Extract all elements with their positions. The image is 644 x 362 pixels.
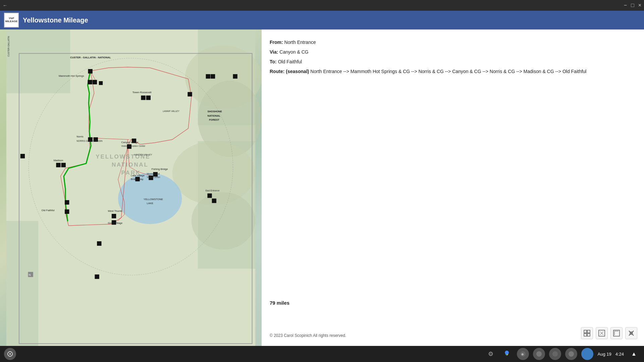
svg-text:Norris: Norris [76,135,83,138]
svg-rect-37 [233,74,237,78]
taskbar-app2-icon[interactable] [533,348,545,360]
taskbar-chrome-icon[interactable] [501,348,513,360]
maximize-button[interactable]: □ [631,2,634,8]
svg-text:Mammoth Hot Springs: Mammoth Hot Springs [59,74,84,77]
svg-text:Visitor Education Center: Visitor Education Center [121,145,145,147]
svg-rect-15 [93,80,97,84]
svg-text:CUSTER-GALLATIN: CUSTER-GALLATIN [7,36,10,56]
title-bar: ← − □ × [0,0,644,11]
to-row: To: Old Faithful [270,58,636,65]
from-row: From: North Entrance [270,39,636,46]
svg-text:LAKE: LAKE [147,202,153,205]
taskbar: ⚙ ⊕ Aug 19 4:24 ▲ [0,346,644,362]
back-button[interactable]: ← [3,3,7,8]
svg-rect-36 [211,74,215,78]
svg-text:Visitor Center: Visitor Center [147,176,161,178]
svg-text:Lake Village: Lake Village [131,174,145,177]
svg-rect-23 [56,163,60,167]
svg-rect-72 [584,334,587,336]
svg-rect-73 [587,334,590,336]
svg-rect-71 [587,330,590,333]
expand-icon-button[interactable] [610,327,623,339]
svg-text:SHOSHONE: SHOSHONE [207,110,222,113]
svg-point-84 [506,352,508,354]
taskbar-date: Aug 19 [597,352,611,357]
svg-rect-1 [6,29,70,93]
route-label: Route: (seasonal) [270,69,309,74]
svg-point-89 [569,351,574,357]
svg-rect-26 [65,200,69,204]
svg-point-90 [585,351,590,357]
taskbar-time: 4:24 [615,352,624,357]
app-logo: YNP MILEAGE [4,13,19,27]
tool-icon-button[interactable] [625,327,637,339]
svg-text:Bridge Bay: Bridge Bay [131,178,143,181]
route-info: From: North Entrance Via: Canyon & CG To… [270,39,636,78]
taskbar-app1-icon[interactable]: ⊕ [517,348,529,360]
copyright-text: © 2023 Carol Scopinich All rights reserv… [270,333,346,338]
title-bar-left: ← [3,3,7,8]
grid-icon-button[interactable] [581,327,593,339]
from-value: North Entrance [284,40,316,45]
app-title: Yellowstone Mileage [23,16,88,24]
svg-rect-32 [207,193,212,198]
svg-rect-25 [65,209,69,214]
svg-rect-34 [187,92,192,97]
bottom-icons [581,327,637,339]
svg-rect-39 [97,241,101,246]
mileage-display: 79 miles [270,300,289,306]
svg-text:LAMAR VALLEY: LAMAR VALLEY [163,110,179,112]
via-value: Canyon & CG [279,49,308,55]
taskbar-wifi-icon: ▲ [628,348,640,360]
taskbar-right: ⚙ ⊕ Aug 19 4:24 ▲ [485,348,640,360]
svg-text:Madison: Madison [54,159,63,162]
taskbar-app4-icon[interactable] [565,348,577,360]
from-label: From: [270,40,283,45]
svg-text:Grant Village: Grant Village [108,222,122,225]
svg-text:Fishing Bridge: Fishing Bridge [152,168,168,171]
svg-text:West Thumb: West Thumb [108,209,122,213]
svg-text:Canyon Village: Canyon Village [121,141,138,144]
main-content: YELLOWSTONE LAKE [0,29,644,346]
taskbar-left [4,348,16,360]
svg-rect-38 [20,154,25,158]
via-row: Via: Canyon & CG [270,49,636,56]
map-svg: YELLOWSTONE LAKE [0,29,262,346]
svg-rect-21 [141,96,145,100]
taskbar-home-icon[interactable] [4,348,16,360]
map-image: YELLOWSTONE LAKE [0,29,262,346]
via-label: Via: [270,49,278,55]
window-controls: − □ × [624,2,641,8]
svg-text:NATIONAL: NATIONAL [112,162,149,168]
svg-rect-70 [584,330,587,333]
svg-text:N: N [29,273,31,277]
svg-rect-27 [112,214,116,218]
svg-text:CUSTER - GALLATIN - NATIONAL: CUSTER - GALLATIN - NATIONAL [70,56,111,59]
svg-point-87 [536,351,542,357]
svg-point-82 [9,353,11,355]
box-icon-button[interactable] [596,327,608,339]
svg-text:Museum and: Museum and [147,173,160,175]
svg-point-8 [192,192,255,249]
svg-rect-4 [6,221,38,346]
map-area: YELLOWSTONE LAKE [0,29,262,346]
svg-rect-24 [61,163,66,167]
minimize-button[interactable]: − [624,2,627,8]
svg-text:Old Faithful: Old Faithful [42,209,55,212]
svg-rect-14 [88,80,92,84]
svg-text:⊕: ⊕ [521,353,524,356]
close-button[interactable]: × [638,2,641,8]
svg-rect-16 [99,81,103,85]
svg-text:Tower-Roosevelt: Tower-Roosevelt [132,91,152,94]
taskbar-settings-icon[interactable]: ⚙ [485,348,497,360]
svg-text:NORRIS GEYSER BASIN: NORRIS GEYSER BASIN [76,140,102,142]
svg-point-88 [552,351,558,357]
taskbar-app3-icon[interactable] [549,348,561,360]
svg-text:YELLOWSTONE: YELLOWSTONE [144,198,163,201]
svg-rect-33 [212,198,216,203]
svg-rect-40 [95,275,99,279]
taskbar-app5-icon[interactable] [581,348,593,360]
app-header: YNP MILEAGE Yellowstone Mileage [0,11,644,29]
to-label: To: [270,59,277,64]
svg-text:FOREST: FOREST [209,118,219,121]
